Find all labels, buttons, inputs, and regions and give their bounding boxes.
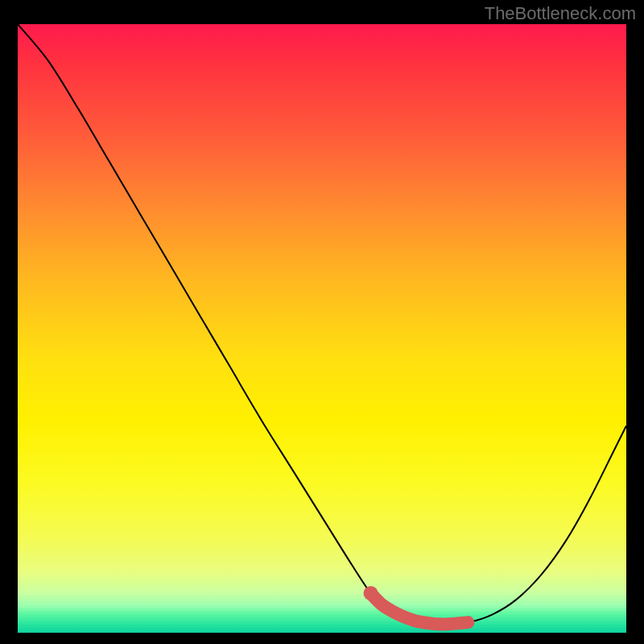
bottleneck-curve [18,24,626,624]
watermark-text: TheBottleneck.com [485,3,636,24]
plot-area [18,24,626,633]
chart-svg [18,24,626,633]
highlight-dot [364,586,378,601]
highlight-range [371,593,469,625]
chart-stage: TheBottleneck.com [0,0,644,644]
